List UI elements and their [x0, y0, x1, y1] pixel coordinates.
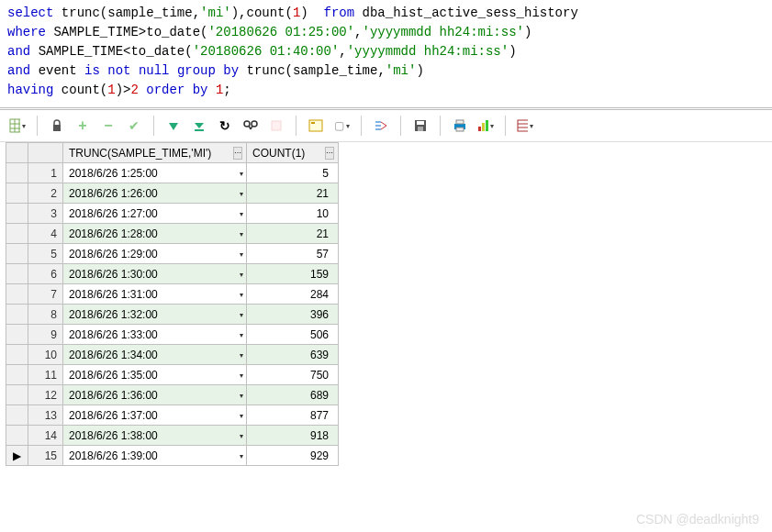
cell-dropdown-icon[interactable]: ▾ [240, 290, 243, 298]
fetch-all-icon[interactable] [191, 117, 207, 134]
cell-dropdown-icon[interactable]: ▾ [240, 270, 243, 278]
row-indicator [6, 305, 28, 325]
cell-time[interactable]: 2018/6/26 1:39:00▾ [63, 446, 247, 466]
column-menu-icon[interactable]: ⋯ [325, 147, 334, 160]
refresh-icon[interactable]: ↻ [217, 117, 233, 134]
table-row[interactable]: 102018/6/26 1:34:00▾639 [6, 345, 339, 365]
fetch-next-icon[interactable] [165, 117, 182, 134]
table-row[interactable]: 92018/6/26 1:33:00▾506 [6, 325, 339, 345]
row-indicator [6, 405, 28, 426]
row-indicator [6, 183, 28, 204]
row-indicator-header [28, 143, 63, 163]
cell-count[interactable]: 159 [247, 264, 339, 284]
row-number: 7 [28, 284, 63, 305]
sql-editor[interactable]: select trunc(sample_time,'mi'),count(1) … [0, 0, 772, 104]
save-icon[interactable] [412, 117, 429, 134]
cell-time[interactable]: 2018/6/26 1:25:00▾ [63, 163, 247, 183]
table-row[interactable]: 42018/6/26 1:28:00▾21 [6, 224, 339, 244]
cell-dropdown-icon[interactable]: ▾ [240, 431, 243, 439]
cell-dropdown-icon[interactable]: ▾ [240, 371, 243, 379]
results-grid[interactable]: TRUNC(SAMPLE_TIME,'MI') ⋯ COUNT(1) ⋯ 120… [6, 142, 339, 466]
cell-time[interactable]: 2018/6/26 1:26:00▾ [63, 183, 247, 204]
cell-count[interactable]: 639 [247, 345, 339, 365]
cell-time[interactable]: 2018/6/26 1:34:00▾ [63, 345, 247, 365]
table-row[interactable]: 32018/6/26 1:27:00▾10 [6, 204, 339, 224]
cell-count[interactable]: 750 [247, 365, 339, 385]
add-row-icon[interactable]: + [74, 117, 91, 134]
cell-count[interactable]: 10 [247, 204, 339, 224]
row-indicator [6, 385, 28, 405]
column-menu-icon[interactable]: ⋯ [233, 147, 242, 160]
cell-dropdown-icon[interactable]: ▾ [240, 310, 243, 318]
cell-count[interactable]: 396 [247, 305, 339, 325]
cell-time[interactable]: 2018/6/26 1:27:00▾ [63, 204, 247, 224]
cell-count[interactable]: 689 [247, 385, 339, 405]
cell-dropdown-icon[interactable]: ▾ [240, 330, 243, 338]
cell-time[interactable]: 2018/6/26 1:28:00▾ [63, 224, 247, 244]
column-header-count[interactable]: COUNT(1) ⋯ [247, 143, 339, 163]
grid-options-icon[interactable]: ▾ [9, 117, 26, 134]
cell-count[interactable]: 284 [247, 284, 339, 305]
single-record-icon[interactable] [308, 117, 324, 134]
svg-rect-26 [456, 127, 464, 131]
post-edit-icon[interactable]: ✔ [126, 117, 142, 134]
cell-dropdown-icon[interactable]: ▾ [240, 411, 243, 419]
table-row[interactable]: 52018/6/26 1:29:00▾57 [6, 244, 339, 264]
cell-count[interactable]: 506 [247, 325, 339, 345]
cell-dropdown-icon[interactable]: ▾ [240, 249, 243, 258]
row-indicator [6, 426, 28, 446]
cell-dropdown-icon[interactable]: ▾ [240, 169, 243, 177]
row-indicator [6, 244, 28, 264]
clear-filter-icon[interactable] [268, 117, 285, 134]
row-number: 11 [28, 365, 63, 385]
table-row[interactable]: 22018/6/26 1:26:00▾21 [6, 183, 339, 204]
popup-icon[interactable]: ▢▾ [333, 117, 350, 134]
table-row[interactable]: 82018/6/26 1:32:00▾396 [6, 305, 339, 325]
cell-count[interactable]: 21 [247, 224, 339, 244]
cell-dropdown-icon[interactable]: ▾ [240, 451, 243, 460]
chart-icon[interactable]: ▾ [477, 117, 494, 134]
print-icon[interactable] [452, 117, 468, 134]
cell-time[interactable]: 2018/6/26 1:29:00▾ [63, 244, 247, 264]
svg-marker-7 [195, 123, 204, 128]
find-icon[interactable] [242, 117, 259, 134]
cell-dropdown-icon[interactable]: ▾ [240, 209, 243, 217]
cell-time[interactable]: 2018/6/26 1:33:00▾ [63, 325, 247, 345]
table-row[interactable]: 62018/6/26 1:30:00▾159 [6, 264, 339, 284]
export-icon[interactable]: ▾ [517, 117, 533, 134]
cell-count[interactable]: 21 [247, 183, 339, 204]
delete-row-icon[interactable]: − [100, 117, 117, 134]
cell-time[interactable]: 2018/6/26 1:37:00▾ [63, 405, 247, 426]
cell-time[interactable]: 2018/6/26 1:30:00▾ [63, 264, 247, 284]
row-indicator: ▶ [6, 446, 28, 466]
row-indicator [6, 224, 28, 244]
svg-rect-29 [486, 120, 488, 131]
cell-time[interactable]: 2018/6/26 1:32:00▾ [63, 305, 247, 325]
lock-icon[interactable] [49, 117, 65, 134]
row-number: 12 [28, 385, 63, 405]
cell-dropdown-icon[interactable]: ▾ [240, 189, 243, 197]
table-row[interactable]: 142018/6/26 1:38:00▾918 [6, 426, 339, 446]
cell-count[interactable]: 5 [247, 163, 339, 183]
cell-time[interactable]: 2018/6/26 1:35:00▾ [63, 365, 247, 385]
cell-time[interactable]: 2018/6/26 1:36:00▾ [63, 385, 247, 405]
table-row[interactable]: 12018/6/26 1:25:00▾5 [6, 163, 339, 183]
cell-dropdown-icon[interactable]: ▾ [240, 229, 243, 238]
table-row[interactable]: 72018/6/26 1:31:00▾284 [6, 284, 339, 305]
cell-count[interactable]: 877 [247, 405, 339, 426]
link-icon[interactable] [373, 117, 389, 134]
svg-line-12 [251, 126, 252, 129]
cell-count[interactable]: 918 [247, 426, 339, 446]
cell-dropdown-icon[interactable]: ▾ [240, 391, 243, 399]
cell-count[interactable]: 929 [247, 446, 339, 466]
table-row[interactable]: 112018/6/26 1:35:00▾750 [6, 365, 339, 385]
table-row[interactable]: ▶152018/6/26 1:39:00▾929 [6, 446, 339, 466]
column-header-label: COUNT(1) [252, 147, 305, 160]
cell-count[interactable]: 57 [247, 244, 339, 264]
cell-time[interactable]: 2018/6/26 1:31:00▾ [63, 284, 247, 305]
table-row[interactable]: 132018/6/26 1:37:00▾877 [6, 405, 339, 426]
column-header-trunc[interactable]: TRUNC(SAMPLE_TIME,'MI') ⋯ [63, 143, 247, 163]
table-row[interactable]: 122018/6/26 1:36:00▾689 [6, 385, 339, 405]
cell-dropdown-icon[interactable]: ▾ [240, 350, 243, 359]
cell-time[interactable]: 2018/6/26 1:38:00▾ [63, 426, 247, 446]
